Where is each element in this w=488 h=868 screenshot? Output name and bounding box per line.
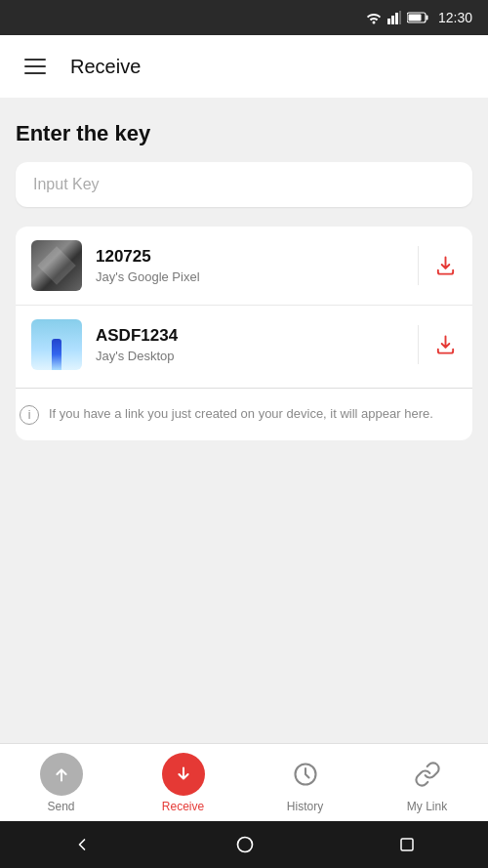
svg-rect-1 [387,19,390,24]
main-content: Enter the key 120725 Jay's Google Pixel [0,98,488,743]
input-key-container [16,162,472,207]
nav-item-history[interactable]: History [244,753,366,813]
link-icon [414,761,441,788]
info-icon: i [20,405,39,425]
info-hint-text: If you have a link you just created on y… [49,404,433,424]
download-icon-1 [434,254,457,277]
device-name-1: Jay's Google Pixel [96,269,396,284]
device-thumbnail-2 [31,319,82,370]
download-button-2[interactable] [418,325,457,364]
device-thumbnail-1 [31,240,82,291]
history-icon [292,761,319,788]
section-title: Enter the key [16,121,472,146]
nav-label-send: Send [47,800,74,813]
nav-label-history: History [287,800,323,813]
info-hint: i If you have a link you just created on… [16,388,472,440]
svg-rect-3 [395,13,398,24]
input-key-field[interactable] [33,176,455,193]
status-icons: 12:30 [366,10,472,25]
mylink-icon-wrap [406,753,449,796]
svg-rect-4 [399,11,401,24]
device-info-1: 120725 Jay's Google Pixel [96,247,396,284]
hamburger-line-1 [24,59,46,61]
nav-label-mylink: My Link [407,800,447,813]
device-info-2: ASDF1234 Jay's Desktop [96,326,396,363]
bottom-nav: Send Receive History My Link [0,743,488,821]
hamburger-line-2 [24,65,46,67]
receive-icon [173,764,194,785]
list-item: ASDF1234 Jay's Desktop [16,305,472,384]
home-button[interactable] [235,835,255,854]
status-bar: 12:30 [0,0,488,35]
wifi-icon [366,11,382,24]
send-icon-wrap [40,753,83,796]
nav-item-receive[interactable]: Receive [122,753,244,813]
pen-shape [52,339,61,370]
nav-item-send[interactable]: Send [0,753,122,813]
system-nav-bar [0,821,488,868]
device-list: 120725 Jay's Google Pixel ASDF1234 Jay's… [16,227,472,440]
svg-rect-10 [401,839,413,850]
send-icon [51,764,72,785]
svg-rect-6 [426,16,427,21]
device-key-2: ASDF1234 [96,326,396,346]
download-button-1[interactable] [418,246,457,285]
download-icon-2 [434,333,457,356]
recents-button[interactable] [398,836,416,853]
receive-icon-wrap [162,753,205,796]
history-icon-wrap [284,753,327,796]
nav-item-mylink[interactable]: My Link [366,753,488,813]
svg-point-0 [372,21,375,24]
battery-icon [407,12,428,23]
svg-rect-2 [391,16,394,24]
hamburger-line-3 [24,72,46,74]
svg-rect-7 [408,15,421,21]
back-button[interactable] [72,835,92,854]
device-key-1: 120725 [96,247,396,267]
app-bar: Receive [0,35,488,98]
svg-point-9 [237,838,252,852]
menu-button[interactable] [16,47,55,86]
device-name-2: Jay's Desktop [96,349,396,363]
list-item: 120725 Jay's Google Pixel [16,227,472,305]
signal-icon [387,11,401,24]
page-title: Receive [70,56,141,78]
nav-label-receive: Receive [162,800,204,813]
status-time: 12:30 [438,10,472,25]
